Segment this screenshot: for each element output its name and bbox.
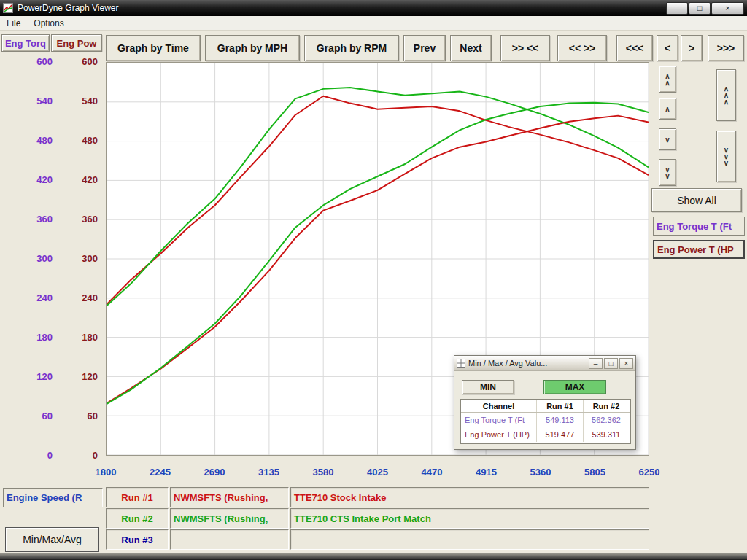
scale-up-triple-button[interactable]: ∧∧∧	[716, 69, 736, 121]
power-axis-tick: 600	[64, 56, 98, 68]
chevron-up-icon: ∧	[665, 106, 670, 112]
table-row-torque: Eng Torque T (Ft- 549.113 562.362	[461, 413, 630, 427]
minimize-button[interactable]: –	[666, 2, 688, 15]
toolbar-button-graph-by-rpm[interactable]: Graph by RPM	[304, 35, 399, 61]
x-axis-tick: 4025	[360, 467, 396, 478]
toolbar-button-scroll-right[interactable]: >	[681, 35, 703, 61]
chevron-down-icon: ∨	[665, 137, 670, 142]
x-axis-tick: 3580	[305, 467, 341, 478]
min-toggle-button[interactable]: MIN	[462, 380, 514, 394]
minmax-maximize-button[interactable]: □	[604, 358, 618, 369]
window-titlebar[interactable]: PowerDyne Graph Viewer – □ ×	[0, 0, 747, 16]
chevron-down-icon: ∨	[665, 167, 670, 172]
channel-tab-eng-torq[interactable]: Eng Torq	[1, 34, 50, 52]
chevron-up-icon: ∧	[665, 80, 670, 85]
scale-down-double-button[interactable]: ∨∨	[659, 159, 676, 186]
power-axis-tick: 540	[64, 96, 98, 107]
x-axis-tick: 6250	[631, 467, 667, 478]
torque-axis-tick: 240	[19, 292, 53, 304]
torque-run2-max: 562.362	[584, 413, 629, 427]
toolbar-button-scroll-left[interactable]: <	[657, 35, 678, 61]
run-2-label[interactable]: Run #2	[106, 508, 169, 529]
run-3-file[interactable]	[170, 529, 289, 550]
power-axis-tick: 240	[64, 292, 98, 304]
run-1-description[interactable]: TTE710 Stock Intake	[290, 487, 649, 508]
power-axis-tick: 360	[64, 214, 98, 225]
minmax-close-button[interactable]: ×	[619, 358, 633, 369]
chevron-up-icon: ∧	[724, 86, 729, 91]
power-run1-max: 519.477	[537, 427, 584, 442]
toolbar-button-next[interactable]: Next	[450, 35, 492, 61]
run-1-label[interactable]: Run #1	[106, 487, 169, 508]
x-axis-tick: 5805	[577, 467, 614, 478]
torque-y-axis: 060120180240300360420480540600	[19, 0, 53, 560]
show-all-button[interactable]: Show All	[651, 188, 742, 212]
menu-file[interactable]: File	[0, 17, 27, 30]
table-row-power: Eng Power T (HP) 519.477 539.311	[461, 427, 630, 442]
toolbar-button-graph-by-mph[interactable]: Graph by MPH	[205, 35, 300, 61]
minmax-table: Channel Run #1 Run #2 Eng Torque T (Ft- …	[460, 399, 631, 444]
minmax-window-title: Min / Max / Avg Valu...	[468, 359, 587, 368]
chevron-down-icon: ∨	[724, 147, 729, 152]
toolbar-button-zoom-out[interactable]: << >>	[557, 35, 607, 61]
min-max-avg-button[interactable]: Min/Max/Avg	[5, 527, 99, 552]
run-2-file[interactable]: NWMSFTS (Rushing,	[170, 508, 289, 529]
menu-options[interactable]: Options	[27, 17, 70, 30]
run-1-file[interactable]: NWMSFTS (Rushing,	[170, 487, 289, 508]
torque-axis-tick: 300	[19, 253, 53, 265]
x-axis-tick: 5360	[522, 467, 559, 478]
power-axis-tick: 300	[64, 253, 98, 265]
x-axis-tick: 4470	[414, 467, 450, 478]
scale-down-button[interactable]: ∨	[659, 128, 676, 150]
x-axis-tick: 2245	[142, 467, 179, 478]
window-title: PowerDyne Graph Viewer	[18, 3, 665, 13]
channel-tab-eng-pow[interactable]: Eng Pow	[51, 34, 102, 52]
toolbar-button-zoom-in[interactable]: >> <<	[500, 35, 550, 61]
menu-bar: File Options	[0, 16, 747, 31]
power-axis-tick: 480	[64, 135, 98, 147]
column-header-channel: Channel	[461, 400, 537, 412]
chevron-up-icon: ∧	[724, 99, 729, 104]
torque-channel-label: Eng Torque T (Ft-	[461, 413, 537, 427]
chevron-down-icon: ∨	[724, 160, 729, 166]
minmax-minimize-button[interactable]: –	[589, 358, 603, 369]
x-axis-tick: 1800	[88, 467, 124, 478]
scale-up-double-button[interactable]: ∧∧	[659, 66, 676, 93]
toolbar-button-scroll-far-left[interactable]: <<<	[616, 35, 653, 61]
max-toggle-button[interactable]: MAX	[543, 380, 606, 394]
close-button[interactable]: ×	[711, 2, 744, 15]
torque-axis-tick: 420	[19, 174, 53, 186]
power-axis-tick: 420	[64, 174, 98, 186]
x-axis-tick: 2690	[196, 467, 233, 478]
power-channel-label: Eng Power T (HP)	[461, 427, 537, 442]
power-axis-tick: 180	[64, 332, 98, 343]
power-axis-tick: 0	[64, 450, 98, 462]
x-channel-label[interactable]: Engine Speed (R	[3, 488, 103, 508]
run-2-description[interactable]: TTE710 CTS Intake Port Match	[290, 508, 649, 529]
minmax-window-icon	[457, 359, 465, 368]
window-bottom-border	[0, 553, 747, 560]
torque-axis-tick: 180	[19, 332, 53, 343]
maximize-button[interactable]: □	[689, 2, 711, 15]
minmax-table-header: Channel Run #1 Run #2	[461, 400, 630, 413]
minmax-window-titlebar[interactable]: Min / Max / Avg Valu... – □ ×	[454, 356, 635, 371]
minmax-window: Min / Max / Avg Valu... – □ × MIN MAX Ch…	[454, 355, 636, 450]
toolbar-button-prev[interactable]: Prev	[403, 35, 446, 61]
legend-eng-torque[interactable]: Eng Torque T (Ft	[653, 217, 745, 236]
torque-axis-tick: 360	[19, 214, 53, 225]
run-3-label[interactable]: Run #3	[106, 529, 169, 550]
power-axis-tick: 60	[64, 411, 98, 422]
torque-axis-tick: 0	[19, 450, 53, 462]
torque-run1-max: 549.113	[537, 413, 584, 427]
app-icon	[3, 3, 13, 13]
torque-axis-tick: 600	[19, 56, 53, 68]
legend-eng-power[interactable]: Eng Power T (HP	[653, 240, 745, 259]
torque-axis-tick: 120	[19, 371, 53, 383]
run-3-description[interactable]	[290, 529, 649, 550]
toolbar-button-scroll-far-right[interactable]: >>>	[708, 35, 744, 61]
scale-up-button[interactable]: ∧	[659, 98, 676, 120]
toolbar-button-graph-by-time[interactable]: Graph by Time	[106, 35, 201, 61]
scale-down-triple-button[interactable]: ∨∨∨	[716, 131, 736, 182]
power-run2-max: 539.311	[584, 427, 629, 442]
torque-axis-tick: 60	[19, 411, 53, 422]
